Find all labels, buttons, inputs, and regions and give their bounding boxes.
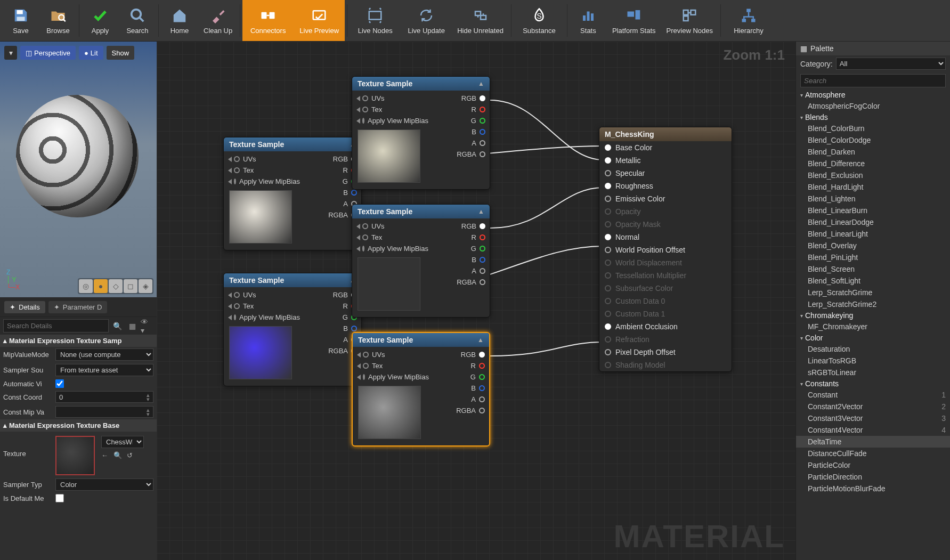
isdefault-checkbox[interactable] bbox=[55, 494, 64, 502]
palette-item[interactable]: Blend_Lighten bbox=[796, 193, 950, 205]
use-selected-icon[interactable]: ← bbox=[101, 451, 108, 459]
palette-item[interactable]: DistanceCullFade bbox=[796, 448, 950, 459]
preview-viewport[interactable]: ▾ ◫ Perspective ● Lit Show Z │ Y └─X ◎ ●… bbox=[0, 42, 157, 297]
input-pin-roughness[interactable]: Roughness bbox=[599, 180, 732, 192]
texture-thumbnail[interactable] bbox=[55, 436, 95, 475]
shape-plane-icon[interactable]: ◇ bbox=[109, 279, 123, 293]
section-header[interactable]: ▴ Material Expression Texture Samp bbox=[0, 335, 157, 347]
input-pin-tex[interactable]: Tex bbox=[224, 166, 301, 175]
output-pin-a[interactable]: A bbox=[467, 395, 489, 404]
input-pin-apply-view-mipbias[interactable]: Apply View MipBias bbox=[224, 177, 301, 186]
input-pin-uvs[interactable]: UVs bbox=[224, 290, 301, 299]
input-pin-specular[interactable]: Specular bbox=[599, 167, 732, 180]
palette-item[interactable]: DeltaTime bbox=[796, 436, 950, 448]
input-pin-world-position-offset[interactable]: World Position Offset bbox=[599, 244, 732, 256]
palette-item[interactable]: Blend_Darken bbox=[796, 146, 950, 158]
node-header[interactable]: Texture Sample▲ bbox=[352, 205, 490, 218]
shape-sphere-icon[interactable]: ● bbox=[94, 279, 108, 293]
input-pin-base-color[interactable]: Base Color bbox=[599, 141, 732, 154]
lit-button[interactable]: ● Lit bbox=[79, 46, 103, 60]
palette-item[interactable]: Constant1 bbox=[796, 389, 950, 401]
live-nodes-button[interactable]: Live Nodes bbox=[350, 0, 401, 41]
output-pin-b[interactable]: B bbox=[467, 127, 490, 136]
material-output-node[interactable]: M_ChessKing Base ColorMetallicSpecularRo… bbox=[599, 127, 732, 372]
texture-sample-node[interactable]: Texture Sample▲UVsTexApply View MipBiasR… bbox=[352, 332, 490, 447]
palette-item[interactable]: Blend_SoftLight bbox=[796, 275, 950, 287]
palette-item[interactable]: Blend_ColorBurn bbox=[796, 123, 950, 134]
texture-asset-select[interactable]: ChessWi bbox=[101, 436, 144, 448]
node-header[interactable]: M_ChessKing bbox=[599, 127, 732, 141]
output-pin-b[interactable]: B bbox=[467, 255, 490, 264]
texture-sample-node[interactable]: Texture Sample▲UVsTexApply View MipBiasR… bbox=[352, 76, 490, 190]
browse-button[interactable]: Browse bbox=[39, 0, 77, 41]
output-pin-a[interactable]: A bbox=[467, 139, 490, 148]
viewport-menu-icon[interactable]: ▾ bbox=[4, 46, 17, 60]
search-icon[interactable]: 🔍 bbox=[111, 320, 124, 332]
hierarchy-button[interactable]: Hierarchy bbox=[723, 0, 774, 41]
output-pin-g[interactable]: G bbox=[467, 116, 490, 125]
palette-group-constants[interactable]: Constants bbox=[796, 378, 950, 389]
input-pin-uvs[interactable]: UVs bbox=[352, 222, 429, 231]
output-pin-g[interactable]: G bbox=[466, 372, 489, 382]
input-pin-apply-view-mipbias[interactable]: Apply View MipBias bbox=[352, 244, 429, 253]
palette-item[interactable]: Constant4Vector4 bbox=[796, 424, 950, 436]
input-pin-uvs[interactable]: UVs bbox=[352, 94, 429, 103]
palette-item[interactable]: Desaturation bbox=[796, 343, 950, 355]
node-header[interactable]: Texture Sample▲ bbox=[224, 137, 361, 151]
palette-item[interactable]: Lerp_ScratchGrime bbox=[796, 287, 950, 298]
constcoord-spinbox[interactable]: 0▴▾ bbox=[55, 391, 153, 403]
input-pin-uvs[interactable]: UVs bbox=[353, 350, 429, 359]
hide-unrelated-button[interactable]: Hide Unrelated bbox=[452, 0, 509, 41]
palette-item[interactable]: Blend_Difference bbox=[796, 158, 950, 169]
perspective-button[interactable]: ◫ Perspective bbox=[20, 46, 76, 60]
palette-item[interactable]: sRGBToLinear bbox=[796, 367, 950, 378]
palette-group-blends[interactable]: Blends bbox=[796, 112, 950, 123]
search-details-input[interactable] bbox=[3, 319, 109, 332]
palette-item[interactable]: Constant3Vector3 bbox=[796, 412, 950, 424]
automaticview-checkbox[interactable] bbox=[55, 379, 64, 388]
palette-item[interactable]: Blend_Screen bbox=[796, 263, 950, 275]
output-pin-rgb[interactable]: RGB bbox=[457, 222, 490, 231]
palette-item[interactable]: MF_Chromakeyer bbox=[796, 321, 950, 332]
shape-cube-icon[interactable]: ◻ bbox=[124, 279, 137, 293]
palette-item[interactable]: Blend_Exclusion bbox=[796, 169, 950, 181]
palette-item[interactable]: AtmosphericFogColor bbox=[796, 100, 950, 112]
substance-button[interactable]: SSubstance bbox=[514, 0, 565, 41]
input-pin-uvs[interactable]: UVs bbox=[224, 155, 301, 164]
palette-group-chromakeying[interactable]: Chromakeying bbox=[796, 310, 950, 321]
input-pin-tex[interactable]: Tex bbox=[352, 233, 429, 242]
output-pin-r[interactable]: R bbox=[467, 361, 489, 370]
samplersource-select[interactable]: From texture asset bbox=[55, 364, 153, 376]
output-pin-rgba[interactable]: RGBA bbox=[452, 278, 490, 287]
output-pin-rgb[interactable]: RGB bbox=[457, 350, 489, 359]
show-button[interactable]: Show bbox=[107, 46, 135, 60]
palette-item[interactable]: ParticleDirection bbox=[796, 471, 950, 483]
category-select[interactable]: All bbox=[836, 58, 946, 70]
connectors-button[interactable]: Connectors bbox=[242, 0, 294, 41]
palette-item[interactable]: Blend_HardLight bbox=[796, 181, 950, 193]
input-pin-normal[interactable]: Normal bbox=[599, 231, 732, 244]
tab-parameter-defaults[interactable]: ✦ Parameter D bbox=[48, 301, 108, 313]
samplertype-select[interactable]: Color bbox=[55, 478, 153, 491]
palette-item[interactable]: Blend_LinearLight bbox=[796, 228, 950, 240]
palette-item[interactable]: Constant2Vector2 bbox=[796, 401, 950, 412]
property-matrix-icon[interactable]: ▦ bbox=[126, 320, 139, 332]
input-pin-apply-view-mipbias[interactable]: Apply View MipBias bbox=[353, 372, 429, 382]
tab-details[interactable]: ✦ Details bbox=[4, 301, 45, 313]
save-button[interactable]: Save bbox=[2, 0, 39, 41]
input-pin-ambient-occlusion[interactable]: Ambient Occlusion bbox=[599, 320, 732, 333]
constmipva-spinbox[interactable]: ▴▾ bbox=[55, 406, 153, 418]
input-pin-emissive-color[interactable]: Emissive Color bbox=[599, 192, 732, 205]
platform-stats-button[interactable]: Platform Stats bbox=[607, 0, 661, 41]
mipvaluemode-select[interactable]: None (use compute bbox=[55, 348, 153, 361]
output-pin-g[interactable]: G bbox=[467, 244, 490, 253]
palette-item[interactable]: Blend_ColorDodge bbox=[796, 134, 950, 146]
texture-sample-node[interactable]: Texture Sample▲UVsTexApply View MipBiasR… bbox=[223, 137, 362, 250]
palette-header[interactable]: ▦ Palette bbox=[796, 42, 950, 55]
palette-item[interactable]: Blend_PinLight bbox=[796, 251, 950, 263]
input-pin-apply-view-mipbias[interactable]: Apply View MipBias bbox=[352, 116, 429, 125]
palette-item[interactable]: Lerp_ScratchGrime2 bbox=[796, 298, 950, 310]
shape-cylinder-icon[interactable]: ◎ bbox=[79, 279, 93, 293]
output-pin-r[interactable]: R bbox=[467, 105, 490, 114]
output-pin-a[interactable]: A bbox=[467, 266, 490, 275]
